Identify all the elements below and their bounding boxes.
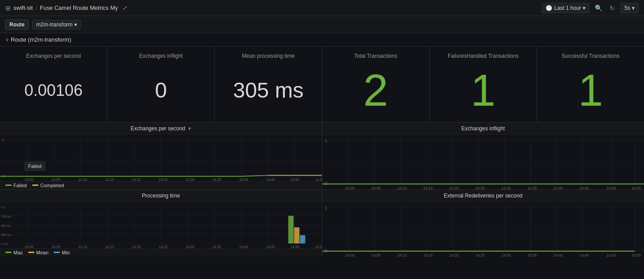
charts-row-top: Exchanges per second ▾ Failed — [0, 123, 644, 190]
section-header: ∨ Route (m2m-transform) — [0, 33, 644, 47]
svg-text:14:35: 14:35 — [212, 245, 221, 248]
svg-text:14:45: 14:45 — [266, 178, 275, 181]
stat-value-4: 1 — [437, 63, 530, 118]
toolbar: Route m2m-transform ▾ — [0, 16, 644, 33]
section-title: Route (m2m-transform) — [11, 36, 71, 43]
svg-text:14:30: 14:30 — [501, 185, 510, 189]
svg-text:14:05: 14:05 — [371, 185, 380, 189]
time-range-button[interactable]: 🕐 Last 1 hour ▾ — [542, 3, 589, 13]
page-title: Fuse Camel Route Metrics My — [40, 4, 118, 11]
svg-text:14:50: 14:50 — [606, 253, 615, 257]
stat-label-3: Total Transactions — [330, 53, 422, 59]
svg-rect-80 — [300, 235, 305, 244]
svg-text:14:50: 14:50 — [606, 185, 615, 189]
svg-text:14:50: 14:50 — [291, 178, 300, 181]
chart-body-inflight: 1 0 14:00 14:05 14:10 14:15 14:20 14:25 … — [322, 135, 644, 189]
refresh-button[interactable]: ↻ — [608, 3, 617, 13]
legend-completed-color — [32, 185, 38, 186]
chart-title-eps: Exchanges per second ▾ — [0, 123, 322, 135]
legend-mean: Mean — [28, 250, 49, 255]
stat-label-5: Successful Transactions — [544, 53, 637, 59]
svg-text:14:30: 14:30 — [186, 245, 195, 248]
grid-icon: ⊞ — [5, 4, 11, 12]
route-select-value: m2m-transform — [36, 21, 72, 28]
route-select[interactable]: m2m-transform ▾ — [32, 20, 81, 30]
svg-text:1: 1 — [325, 205, 327, 210]
svg-text:14:55: 14:55 — [631, 253, 640, 257]
stat-value-2: 305 ms — [222, 63, 314, 118]
svg-text:14:15: 14:15 — [105, 245, 114, 248]
chart-title-processing: Processing time — [0, 190, 322, 202]
svg-text:14:15: 14:15 — [105, 178, 114, 181]
svg-text:14:15: 14:15 — [423, 253, 432, 257]
svg-text:14:25: 14:25 — [475, 253, 484, 257]
svg-text:14:55: 14:55 — [315, 178, 322, 181]
chart-exchanges-inflight: Exchanges inflight — [322, 123, 644, 189]
stat-card-mean-processing: Mean processing time 305 ms — [215, 47, 322, 122]
svg-text:14:25: 14:25 — [475, 185, 484, 189]
legend-min-label: Min — [62, 250, 70, 255]
refresh-interval-label: 5s — [624, 5, 630, 11]
chart-body-redeliveries: 1 0 14:00 14:05 14:10 14:15 14:20 14:25 … — [322, 202, 644, 257]
svg-text:14:20: 14:20 — [449, 253, 458, 257]
legend-max-color — [5, 252, 12, 253]
stat-value-0: 0.00106 — [7, 63, 100, 118]
svg-text:14:30: 14:30 — [501, 253, 510, 257]
svg-text:14:00: 14:00 — [25, 178, 34, 181]
svg-text:14:00: 14:00 — [345, 185, 354, 189]
chart-processing-time: Processing time — [0, 190, 322, 257]
time-range-label: Last 1 hour — [554, 5, 581, 11]
chart-svg-redeliveries: 1 0 14:00 14:05 14:10 14:15 14:20 14:25 … — [322, 202, 644, 257]
legend-completed: Completed — [32, 183, 64, 188]
route-select-arrow: ▾ — [74, 21, 77, 28]
svg-text:14:45: 14:45 — [266, 245, 275, 248]
chart-dropdown-icon[interactable]: ▾ — [188, 125, 191, 132]
chart-title-inflight: Exchanges inflight — [322, 123, 644, 135]
chart-svg-processing: 1 s 750 ms 500 ms 250 ms 0 ms 14:00 14:0… — [0, 202, 322, 248]
refresh-interval-button[interactable]: 5s ▾ — [620, 3, 639, 13]
svg-text:14:55: 14:55 — [631, 185, 640, 189]
share-icon[interactable]: ⤢ — [123, 4, 127, 11]
svg-text:14:25: 14:25 — [159, 178, 168, 181]
chart-external-redeliveries: External Redeliveries per second — [322, 190, 644, 257]
chart-title-redeliveries: External Redeliveries per second — [322, 190, 644, 202]
stat-value-3: 2 — [330, 63, 422, 118]
legend-max: Max — [5, 250, 23, 255]
stat-label-4: FailuresHandled Transactions — [437, 53, 530, 59]
header-right: 🕐 Last 1 hour ▾ 🔍 ↻ 5s ▾ — [542, 3, 639, 13]
svg-text:14:50: 14:50 — [291, 245, 300, 248]
svg-text:14:20: 14:20 — [132, 245, 141, 248]
legend-failed: Failed — [5, 183, 27, 188]
svg-text:14:35: 14:35 — [212, 178, 221, 181]
zoom-out-button[interactable]: 🔍 — [593, 3, 604, 13]
legend-mean-label: Mean — [36, 250, 49, 255]
legend-min: Min — [54, 250, 70, 255]
svg-text:14:40: 14:40 — [553, 185, 563, 189]
breadcrumb: swift-sit / Fuse Camel Route Metrics My — [13, 4, 118, 11]
chart-svg-eps: 1 0 14:00 14:05 14:10 14:15 14:20 14:25 … — [0, 135, 322, 181]
svg-text:14:05: 14:05 — [51, 245, 60, 248]
chart-body-eps: Failed — [0, 135, 322, 181]
stat-label-1: Exchanges inflight — [114, 53, 207, 59]
legend-failed-label: Failed — [13, 183, 27, 188]
stat-value-1: 0 — [114, 63, 207, 118]
stat-value-5: 1 — [544, 63, 637, 118]
legend-failed-color — [5, 185, 12, 186]
stat-card-exchanges-inflight: Exchanges inflight 0 — [107, 47, 215, 122]
header: ⊞ swift-sit / Fuse Camel Route Metrics M… — [0, 0, 644, 16]
header-left: ⊞ swift-sit / Fuse Camel Route Metrics M… — [5, 4, 127, 12]
chart-body-processing: 1 s 750 ms 500 ms 250 ms 0 ms 14:00 14:0… — [0, 202, 322, 248]
chevron-down-icon: ▾ — [583, 5, 585, 11]
legend-min-color — [54, 252, 60, 253]
stat-label-0: Exchanges per second — [7, 53, 100, 59]
stat-card-exchanges-per-second: Exchanges per second 0.00106 — [0, 47, 107, 122]
stat-card-successful-transactions: Successful Transactions 1 — [537, 47, 644, 122]
stat-card-failures-handled: FailuresHandled Transactions 1 — [430, 47, 537, 122]
chevron-down-icon-2: ▾ — [632, 5, 635, 11]
section-chevron: ∨ — [5, 37, 9, 43]
svg-text:14:35: 14:35 — [527, 253, 537, 257]
chart-exchanges-per-second: Exchanges per second ▾ Failed — [0, 123, 322, 189]
svg-text:14:05: 14:05 — [51, 178, 60, 181]
stat-cards: Exchanges per second 0.00106 Exchanges i… — [0, 47, 644, 123]
svg-text:1: 1 — [325, 138, 327, 143]
